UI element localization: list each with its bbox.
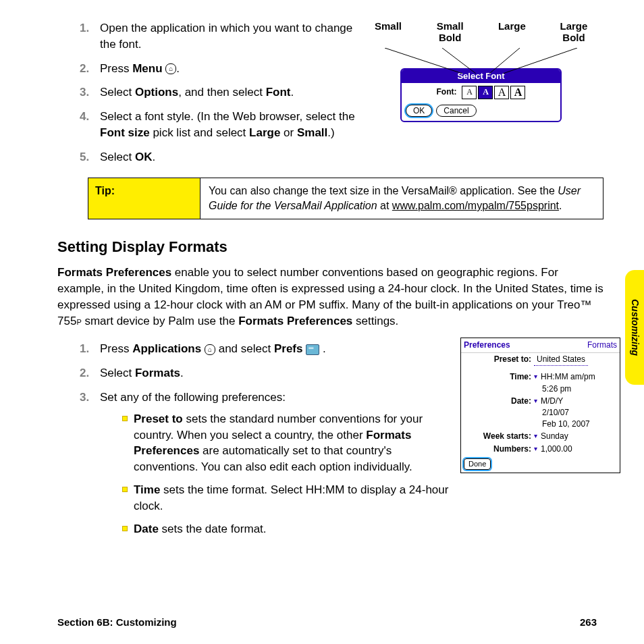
prefs-icon <box>306 344 319 355</box>
s3b1: Options <box>135 86 178 99</box>
b2b1: Time <box>134 483 160 496</box>
date-example-1: 2/10/07 <box>461 407 620 419</box>
done-button[interactable]: Done <box>464 458 491 470</box>
heading-setting-display-formats: Setting Display Formats <box>57 237 603 258</box>
p1b2: Formats Preferences <box>238 315 352 327</box>
cancel-button[interactable]: Cancel <box>436 105 476 117</box>
time-example: 5:26 pm <box>461 383 620 395</box>
prefs-header-left: Preferences <box>464 340 510 351</box>
tip-t3: . <box>559 200 562 211</box>
label-small: Small <box>368 20 408 44</box>
tip-box: Tip: You can also change the text size i… <box>88 178 603 220</box>
tip-t1: You can also change the text size in the… <box>209 185 558 196</box>
bullet-date: Date sets the date format. <box>124 521 473 537</box>
time-value[interactable]: HH:MM am/pm <box>534 371 617 383</box>
b3t1: sets the date format. <box>159 522 267 535</box>
callout-lines-svg <box>365 48 597 74</box>
fs2b1: Formats <box>135 367 180 379</box>
footer-right: 263 <box>580 615 597 629</box>
applications-key-icon: ⌂ <box>205 344 215 355</box>
date-value[interactable]: M/D/Y <box>534 396 617 407</box>
menu-key-icon: ⌂ <box>165 63 176 74</box>
step-5: Select OK. <box>88 149 603 165</box>
ok-button[interactable]: OK <box>406 105 432 117</box>
preferences-panel: Preferences Formats Preset to: United St… <box>460 338 620 473</box>
s5t1: Select <box>100 151 135 163</box>
font-opt-small-bold[interactable]: A <box>478 86 493 99</box>
fstep-1: Press Applications ⌂ and select Prefs . <box>88 341 473 357</box>
fs1t1: Press <box>100 342 132 355</box>
tip-t2: at <box>377 200 392 211</box>
s3t1: Select <box>100 86 135 99</box>
s5t2: . <box>152 151 155 163</box>
preset-label: Preset to: <box>464 354 534 366</box>
tip-body: You can also change the text size in the… <box>200 178 603 219</box>
s3b2: Font <box>266 86 291 99</box>
week-label: Week starts: <box>464 431 534 442</box>
fs2t2: . <box>180 367 184 379</box>
fstep-3: Set any of the following preferences: Pr… <box>88 390 473 537</box>
step-2-bold: Menu <box>132 62 162 75</box>
tip-link[interactable]: www.palm.com/mypalm/755psprint <box>392 200 559 211</box>
b2t1: sets the time format. Select HH:MM to di… <box>134 483 448 512</box>
tip-label: Tip: <box>88 178 200 219</box>
s4b1: Font size <box>100 126 150 139</box>
fs1b1: Applications <box>132 342 201 355</box>
label-large: Large <box>491 20 532 44</box>
font-callout: Small Small Bold Large Large Bold Select… <box>365 20 597 122</box>
s4t3: or <box>280 126 297 139</box>
step-1-text: Open the application in which you want t… <box>100 20 356 53</box>
p1t3: settings. <box>352 315 398 327</box>
p1sub: P <box>76 318 81 326</box>
time-label: Time: <box>464 371 534 383</box>
fs1t2: and select <box>215 342 274 355</box>
s4b2: Large <box>249 126 280 139</box>
b1b1: Preset to <box>134 412 183 425</box>
select-font-panel: Select Font Font: A A A A OK Cancel <box>400 68 562 123</box>
step-2-t1: Press <box>100 62 132 75</box>
s4t4: .) <box>327 126 334 139</box>
font-opt-large-bold[interactable]: A <box>510 86 525 99</box>
numbers-value[interactable]: 1,000.00 <box>534 444 617 455</box>
step-2-dot: . <box>176 62 180 75</box>
label-small-bold: Small Bold <box>430 20 471 44</box>
s3t3: . <box>291 86 294 99</box>
formats-intro: Formats Preferences enable you to select… <box>57 265 603 329</box>
footer-left: Section 6B: Customizing <box>57 615 177 629</box>
fs1t3: . <box>319 342 325 355</box>
prefs-header-right: Formats <box>587 340 617 351</box>
s5b1: OK <box>135 151 153 163</box>
fs2t1: Select <box>100 367 135 379</box>
preset-value[interactable]: United States <box>534 354 588 366</box>
b3b1: Date <box>134 522 159 535</box>
svg-line-1 <box>442 48 476 74</box>
bullet-time: Time sets the time format. Select HH:MM … <box>124 482 473 514</box>
font-opt-large[interactable]: A <box>494 86 509 99</box>
font-row-label: Font: <box>437 86 457 98</box>
s4t1: Select a font style. (In the Web browser… <box>100 110 355 123</box>
label-large-bold: Large Bold <box>554 20 594 44</box>
p1t2: smart device by Palm use the <box>82 315 238 327</box>
s4b3: Small <box>297 126 327 139</box>
fs1b2: Prefs <box>274 342 303 355</box>
bullet-preset: Preset to sets the standard number conve… <box>124 411 437 475</box>
p1b1: Formats Preferences <box>57 266 171 279</box>
s4t2: pick list and select <box>150 126 249 139</box>
font-opt-small[interactable]: A <box>462 86 477 99</box>
s3t2: , and then select <box>178 86 265 99</box>
date-label: Date: <box>464 396 534 407</box>
svg-line-2 <box>489 48 520 74</box>
svg-line-0 <box>385 48 462 74</box>
svg-line-3 <box>503 48 577 74</box>
numbers-label: Numbers: <box>464 444 534 455</box>
fstep-2: Select Formats. <box>88 365 473 381</box>
week-value[interactable]: Sunday <box>534 431 617 442</box>
date-example-2: Feb 10, 2007 <box>461 419 620 430</box>
fs3t: Set any of the following preferences: <box>100 391 286 404</box>
